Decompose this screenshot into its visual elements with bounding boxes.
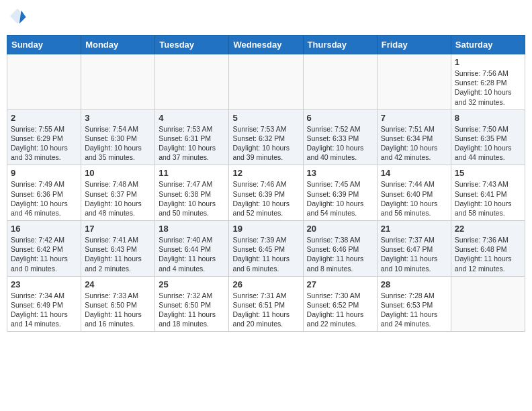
day-info: Sunrise: 7:32 AM Sunset: 6:50 PM Dayligh… — [159, 291, 225, 329]
day-info: Sunrise: 7:34 AM Sunset: 6:49 PM Dayligh… — [11, 291, 77, 329]
day-number: 3 — [85, 113, 151, 123]
day-info: Sunrise: 7:38 AM Sunset: 6:46 PM Dayligh… — [307, 235, 373, 273]
day-info: Sunrise: 7:47 AM Sunset: 6:38 PM Dayligh… — [159, 179, 225, 218]
day-number: 4 — [159, 113, 225, 123]
day-info: Sunrise: 7:43 AM Sunset: 6:41 PM Dayligh… — [455, 179, 521, 218]
day-info: Sunrise: 7:36 AM Sunset: 6:48 PM Dayligh… — [455, 235, 521, 273]
day-number: 27 — [307, 279, 373, 289]
calendar-cell: 4Sunrise: 7:53 AM Sunset: 6:31 PM Daylig… — [155, 109, 229, 165]
calendar-cell: 3Sunrise: 7:54 AM Sunset: 6:30 PM Daylig… — [81, 109, 155, 165]
calendar-cell: 15Sunrise: 7:43 AM Sunset: 6:41 PM Dayli… — [451, 165, 525, 221]
calendar-cell: 17Sunrise: 7:41 AM Sunset: 6:43 PM Dayli… — [81, 221, 155, 277]
day-number: 21 — [381, 224, 447, 234]
day-info: Sunrise: 7:52 AM Sunset: 6:33 PM Dayligh… — [307, 124, 373, 163]
day-number: 22 — [455, 224, 521, 234]
day-info: Sunrise: 7:44 AM Sunset: 6:40 PM Dayligh… — [381, 179, 447, 218]
day-number: 13 — [307, 168, 373, 178]
day-info: Sunrise: 7:33 AM Sunset: 6:50 PM Dayligh… — [85, 291, 151, 329]
calendar-cell: 25Sunrise: 7:32 AM Sunset: 6:50 PM Dayli… — [155, 276, 229, 332]
day-info: Sunrise: 7:30 AM Sunset: 6:52 PM Dayligh… — [307, 291, 373, 329]
day-info: Sunrise: 7:46 AM Sunset: 6:39 PM Dayligh… — [232, 179, 299, 218]
day-number: 18 — [159, 224, 225, 234]
calendar-cell: 10Sunrise: 7:48 AM Sunset: 6:37 PM Dayli… — [81, 165, 155, 221]
day-info: Sunrise: 7:37 AM Sunset: 6:47 PM Dayligh… — [381, 235, 447, 273]
calendar-cell: 11Sunrise: 7:47 AM Sunset: 6:38 PM Dayli… — [155, 165, 229, 221]
day-info: Sunrise: 7:40 AM Sunset: 6:44 PM Dayligh… — [159, 235, 225, 273]
page: SundayMondayTuesdayWednesdayThursdayFrid… — [0, 0, 532, 411]
day-info: Sunrise: 7:39 AM Sunset: 6:45 PM Dayligh… — [232, 235, 299, 273]
day-info: Sunrise: 7:55 AM Sunset: 6:29 PM Dayligh… — [11, 124, 77, 163]
calendar-week-row: 23Sunrise: 7:34 AM Sunset: 6:49 PM Dayli… — [7, 276, 525, 332]
logo — [7, 7, 30, 28]
calendar-cell: 20Sunrise: 7:38 AM Sunset: 6:46 PM Dayli… — [303, 221, 377, 277]
day-number: 15 — [455, 168, 521, 178]
calendar-cell: 23Sunrise: 7:34 AM Sunset: 6:49 PM Dayli… — [7, 276, 81, 332]
calendar-cell — [7, 54, 81, 110]
day-info: Sunrise: 7:45 AM Sunset: 6:39 PM Dayligh… — [307, 179, 373, 218]
day-info: Sunrise: 7:31 AM Sunset: 6:51 PM Dayligh… — [232, 291, 299, 329]
calendar-cell: 26Sunrise: 7:31 AM Sunset: 6:51 PM Dayli… — [229, 276, 303, 332]
day-info: Sunrise: 7:54 AM Sunset: 6:30 PM Dayligh… — [85, 124, 151, 163]
calendar-cell: 12Sunrise: 7:46 AM Sunset: 6:39 PM Dayli… — [229, 165, 303, 221]
header — [7, 7, 525, 28]
logo-icon — [8, 7, 27, 26]
day-number: 17 — [85, 224, 151, 234]
weekday-header-saturday: Saturday — [451, 36, 525, 54]
day-number: 10 — [85, 168, 151, 178]
calendar-table: SundayMondayTuesdayWednesdayThursdayFrid… — [7, 35, 525, 332]
weekday-header-monday: Monday — [81, 36, 155, 54]
calendar-cell: 7Sunrise: 7:51 AM Sunset: 6:34 PM Daylig… — [377, 109, 451, 165]
day-info: Sunrise: 7:53 AM Sunset: 6:31 PM Dayligh… — [159, 124, 225, 163]
day-number: 1 — [455, 57, 521, 67]
calendar-cell: 5Sunrise: 7:53 AM Sunset: 6:32 PM Daylig… — [229, 109, 303, 165]
day-info: Sunrise: 7:53 AM Sunset: 6:32 PM Dayligh… — [232, 124, 299, 163]
calendar-cell — [451, 276, 525, 332]
calendar-cell — [81, 54, 155, 110]
calendar-cell: 21Sunrise: 7:37 AM Sunset: 6:47 PM Dayli… — [377, 221, 451, 277]
calendar-cell — [155, 54, 229, 110]
calendar-cell — [303, 54, 377, 110]
day-info: Sunrise: 7:28 AM Sunset: 6:53 PM Dayligh… — [381, 291, 447, 329]
calendar-cell: 2Sunrise: 7:55 AM Sunset: 6:29 PM Daylig… — [7, 109, 81, 165]
day-info: Sunrise: 7:48 AM Sunset: 6:37 PM Dayligh… — [85, 179, 151, 218]
day-number: 8 — [455, 113, 521, 123]
day-info: Sunrise: 7:42 AM Sunset: 6:42 PM Dayligh… — [11, 235, 77, 273]
calendar-cell: 1Sunrise: 7:56 AM Sunset: 6:28 PM Daylig… — [451, 54, 525, 110]
day-number: 25 — [159, 279, 225, 289]
day-number: 11 — [159, 168, 225, 178]
day-number: 7 — [381, 113, 447, 123]
calendar-cell: 27Sunrise: 7:30 AM Sunset: 6:52 PM Dayli… — [303, 276, 377, 332]
day-number: 5 — [232, 113, 299, 123]
calendar-cell: 6Sunrise: 7:52 AM Sunset: 6:33 PM Daylig… — [303, 109, 377, 165]
weekday-header-friday: Friday — [377, 36, 451, 54]
calendar-week-row: 9Sunrise: 7:49 AM Sunset: 6:36 PM Daylig… — [7, 165, 525, 221]
day-info: Sunrise: 7:41 AM Sunset: 6:43 PM Dayligh… — [85, 235, 151, 273]
calendar-cell: 19Sunrise: 7:39 AM Sunset: 6:45 PM Dayli… — [229, 221, 303, 277]
calendar-cell: 9Sunrise: 7:49 AM Sunset: 6:36 PM Daylig… — [7, 165, 81, 221]
calendar-cell: 22Sunrise: 7:36 AM Sunset: 6:48 PM Dayli… — [451, 221, 525, 277]
calendar-cell: 8Sunrise: 7:50 AM Sunset: 6:35 PM Daylig… — [451, 109, 525, 165]
day-number: 16 — [11, 224, 77, 234]
weekday-header-thursday: Thursday — [303, 36, 377, 54]
day-number: 9 — [11, 168, 77, 178]
day-number: 2 — [11, 113, 77, 123]
day-number: 14 — [381, 168, 447, 178]
calendar-cell: 18Sunrise: 7:40 AM Sunset: 6:44 PM Dayli… — [155, 221, 229, 277]
day-info: Sunrise: 7:51 AM Sunset: 6:34 PM Dayligh… — [381, 124, 447, 163]
weekday-header-sunday: Sunday — [7, 36, 81, 54]
day-number: 26 — [232, 279, 299, 289]
day-info: Sunrise: 7:50 AM Sunset: 6:35 PM Dayligh… — [455, 124, 521, 163]
calendar-cell: 13Sunrise: 7:45 AM Sunset: 6:39 PM Dayli… — [303, 165, 377, 221]
day-number: 6 — [307, 113, 373, 123]
weekday-header-row: SundayMondayTuesdayWednesdayThursdayFrid… — [7, 36, 525, 54]
calendar-cell: 24Sunrise: 7:33 AM Sunset: 6:50 PM Dayli… — [81, 276, 155, 332]
day-number: 28 — [381, 279, 447, 289]
calendar-cell: 14Sunrise: 7:44 AM Sunset: 6:40 PM Dayli… — [377, 165, 451, 221]
calendar-week-row: 16Sunrise: 7:42 AM Sunset: 6:42 PM Dayli… — [7, 221, 525, 277]
day-number: 24 — [85, 279, 151, 289]
day-info: Sunrise: 7:49 AM Sunset: 6:36 PM Dayligh… — [11, 179, 77, 218]
calendar-cell — [377, 54, 451, 110]
day-number: 19 — [232, 224, 299, 234]
calendar-week-row: 2Sunrise: 7:55 AM Sunset: 6:29 PM Daylig… — [7, 109, 525, 165]
day-number: 23 — [11, 279, 77, 289]
